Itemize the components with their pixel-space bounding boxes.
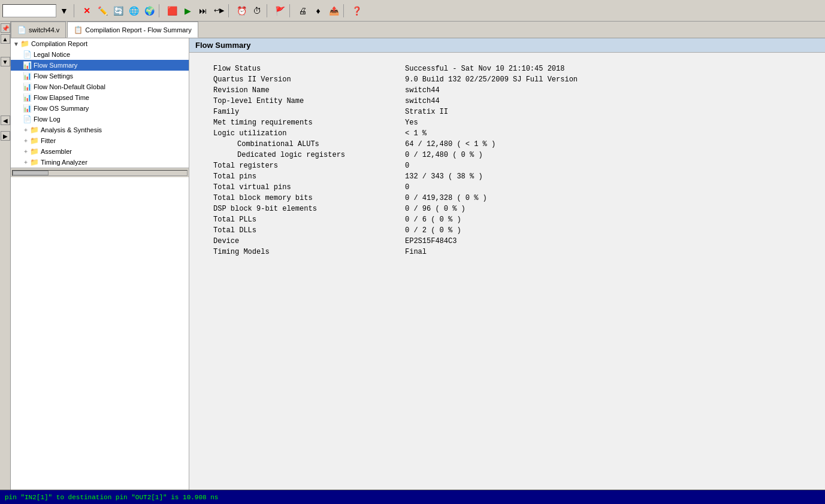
- flow-row-plls: Total PLLs 0 / 6 ( 0 % ): [213, 215, 801, 224]
- flow-value-total-pins: 132 / 343 ( 38 % ): [405, 172, 483, 181]
- collapse-btn-up[interactable]: ▲: [1, 34, 10, 44]
- flow-value-timing-models: Final: [405, 248, 427, 256]
- tree-assembler-label: Assembler: [41, 148, 72, 155]
- tree-flow-os-summary-label: Flow OS Summary: [34, 105, 89, 112]
- toolbar-btn-refresh[interactable]: 🔄: [111, 4, 125, 18]
- tab-file[interactable]: 📄 switch44.v: [11, 22, 66, 38]
- flow-row-virtual-pins: Total virtual pins 0: [213, 183, 801, 192]
- flow-label-family: Family: [213, 108, 405, 116]
- flow-label-plls: Total PLLs: [213, 215, 405, 224]
- flow-value-revision: switch44: [405, 86, 440, 95]
- flow-row-logic-util: Logic utilization < 1 %: [213, 129, 801, 138]
- tree-item-flow-log[interactable]: 📄 Flow Log: [11, 114, 189, 125]
- tab-bar: 📄 switch44.v 📋 Compilation Report - Flow…: [11, 22, 825, 38]
- left-collapse-panel: 📌 ▲ ▼ ◀ ▶: [0, 22, 11, 490]
- flow-summary-icon: 📊: [23, 61, 32, 69]
- flow-label-timing: Met timing requirements: [213, 119, 405, 127]
- flow-label-quartus: Quartus II Version: [213, 75, 405, 84]
- toolbar-btn-timer2[interactable]: ⏱: [250, 4, 264, 18]
- tab-report-label: Compilation Report - Flow Summary: [85, 26, 191, 34]
- toolbar-btn-x[interactable]: ✕: [80, 4, 94, 18]
- collapse-btn-pin[interactable]: 📌: [1, 23, 10, 33]
- sep5: [289, 4, 293, 17]
- toolbar-btn-play[interactable]: ▶: [180, 4, 195, 18]
- assembler-expand-icon: ＋: [23, 147, 29, 156]
- flow-label-logic-util: Logic utilization: [213, 129, 405, 138]
- flow-value-dlls: 0 / 2 ( 0 % ): [405, 226, 461, 235]
- tree-item-flow-elapsed[interactable]: 📊 Flow Elapsed Time: [11, 92, 189, 103]
- flow-label-total-pins: Total pins: [213, 172, 405, 181]
- toolbar-btn-step[interactable]: ⏭: [196, 4, 210, 18]
- collapse-btn-fwd[interactable]: ▶: [1, 131, 10, 141]
- tree-item-fitter[interactable]: ＋ 📁 Fitter: [11, 135, 189, 146]
- main-container: 📌 ▲ ▼ ◀ ▶ 📄 switch44.v 📋 Compilation Rep…: [0, 22, 825, 490]
- tree-item-legal-notice[interactable]: 📄 Legal Notice: [11, 49, 189, 60]
- flow-value-registers-logic: 0 / 12,480 ( 0 % ): [405, 151, 483, 159]
- flow-label-aluts: Combinational ALUTs: [213, 140, 405, 148]
- tree-flow-settings-label: Flow Settings: [34, 72, 73, 80]
- flow-row-aluts: Combinational ALUTs 64 / 12,480 ( < 1 % …: [213, 140, 801, 148]
- flow-row-dlls: Total DLLs 0 / 2 ( 0 % ): [213, 226, 801, 235]
- flow-row-total-pins: Total pins 132 / 343 ( 38 % ): [213, 172, 801, 181]
- toolbar-btn-flag[interactable]: 🚩: [273, 4, 287, 18]
- toolbar-btn-export[interactable]: 📤: [327, 4, 341, 18]
- scrollbar-track[interactable]: [12, 170, 188, 176]
- toolbar-btn-timer1[interactable]: ⏰: [234, 4, 249, 18]
- flow-value-virtual-pins: 0: [405, 183, 409, 192]
- toolbar-btn-diamond[interactable]: ♦: [311, 4, 325, 18]
- flow-value-device: EP2S15F484C3: [405, 237, 457, 245]
- flow-os-summary-icon: 📊: [23, 104, 32, 113]
- scrollbar-thumb[interactable]: [13, 171, 49, 175]
- flow-row-toplevel: Top-level Entity Name switch44: [213, 97, 801, 105]
- flow-row-total-regs: Total registers 0: [213, 162, 801, 170]
- tree-item-flow-summary[interactable]: 📊 Flow Summary: [11, 60, 189, 71]
- tree-analysis-synthesis-label: Analysis & Synthesis: [41, 126, 102, 133]
- tree-root-label: Compilation Report: [31, 40, 87, 47]
- flow-elapsed-icon: 📊: [23, 93, 32, 102]
- flow-label-total-regs: Total registers: [213, 162, 405, 170]
- fitter-expand-icon: ＋: [23, 136, 29, 145]
- tree-item-flow-os-summary[interactable]: 📊 Flow OS Summary: [11, 103, 189, 114]
- sep4: [267, 4, 270, 17]
- toolbar-btn-stop[interactable]: 🟥: [165, 4, 179, 18]
- collapse-btn-down[interactable]: ▼: [1, 57, 10, 66]
- tab-file-label: switch44.v: [29, 26, 59, 34]
- collapse-btn-left[interactable]: ◀: [1, 116, 10, 125]
- flow-row-timing: Met timing requirements Yes: [213, 119, 801, 127]
- tree-item-root[interactable]: ▼ 📁 Compilation Report: [11, 38, 189, 49]
- flow-row-registers-logic: Dedicated logic registers 0 / 12,480 ( 0…: [213, 151, 801, 159]
- toolbar-btn-globe[interactable]: 🌐: [126, 4, 141, 18]
- toolbar-btn-help[interactable]: ❓: [349, 4, 364, 18]
- tree-item-timing-analyzer[interactable]: ＋ 📁 Timing Analyzer: [11, 157, 189, 168]
- toolbar-btn-edit[interactable]: ✏️: [95, 4, 110, 18]
- tree-scrollbar[interactable]: [11, 168, 189, 177]
- flow-value-family: Stratix II: [405, 108, 448, 116]
- flow-value-aluts: 64 / 12,480 ( < 1 % ): [405, 140, 495, 148]
- tab-report[interactable]: 📋 Compilation Report - Flow Summary: [67, 22, 198, 38]
- project-name-input[interactable]: 44: [2, 4, 56, 17]
- legal-notice-icon: 📄: [23, 50, 32, 59]
- main-content-area: Flow Summary Flow Status Successful - Sa…: [189, 38, 825, 490]
- flow-label-virtual-pins: Total virtual pins: [213, 183, 405, 192]
- analysis-folder-icon: 📁: [30, 126, 39, 134]
- toolbar-btn-rtl[interactable]: ↩▶: [211, 4, 226, 18]
- sep3: [228, 4, 232, 17]
- flow-settings-icon: 📊: [23, 72, 32, 80]
- tree-item-flow-settings[interactable]: 📊 Flow Settings: [11, 71, 189, 81]
- tree-item-analysis-synthesis[interactable]: ＋ 📁 Analysis & Synthesis: [11, 125, 189, 135]
- toolbar-btn-print[interactable]: 🖨: [295, 4, 310, 18]
- flow-value-plls: 0 / 6 ( 0 % ): [405, 215, 461, 224]
- tree-item-flow-non-default[interactable]: 📊 Flow Non-Default Global: [11, 81, 189, 92]
- dropdown-btn[interactable]: ▼: [57, 4, 71, 18]
- flow-value-logic-util: < 1 %: [405, 129, 427, 138]
- tree-legal-notice-label: Legal Notice: [34, 51, 70, 58]
- tree-timing-analyzer-label: Timing Analyzer: [41, 159, 87, 166]
- tree-panel: ▼ 📁 Compilation Report 📄 Legal Notice 📊 …: [11, 38, 189, 490]
- tree-item-assembler[interactable]: ＋ 📁 Assembler: [11, 146, 189, 157]
- flow-summary-table: Flow Status Successful - Sat Nov 10 21:1…: [213, 65, 801, 256]
- flow-row-block-mem: Total block memory bits 0 / 419,328 ( 0 …: [213, 194, 801, 202]
- flow-value-total-regs: 0: [405, 162, 409, 170]
- toolbar-btn-earth[interactable]: 🌍: [142, 4, 156, 18]
- tree-flow-summary-label: Flow Summary: [34, 62, 77, 69]
- flow-value-block-mem: 0 / 419,328 ( 0 % ): [405, 194, 487, 202]
